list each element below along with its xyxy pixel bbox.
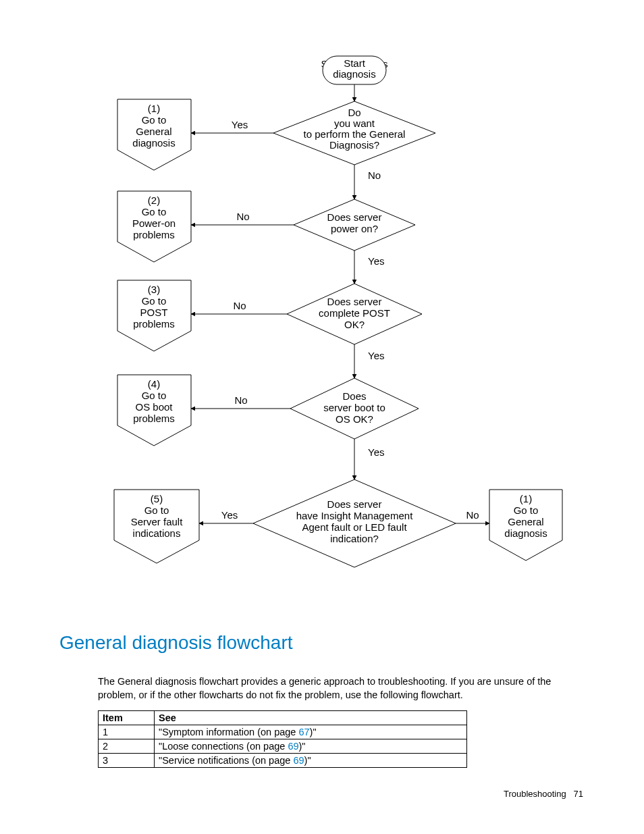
svg-text:General: General [136, 126, 171, 137]
svg-text:Start: Start [344, 57, 366, 69]
page-link[interactable]: 67 [298, 727, 309, 737]
offpage-general-diagnosis-2: (1) Go to General diagnosis [489, 490, 562, 561]
svg-text:indications: indications [133, 527, 181, 539]
see-cell: "Symptom information (on page 67)" [155, 725, 467, 739]
document-page: Start diagnosis Start diagnosis Do you w… [0, 0, 644, 834]
svg-text:complete POST: complete POST [319, 307, 390, 319]
svg-text:to perform the General: to perform the General [304, 128, 406, 140]
see-cell: "Loose connections (on page 69)" [155, 739, 467, 754]
svg-text:(5): (5) [151, 493, 163, 504]
decision-os-boot: Does server boot to OS OK? [290, 378, 419, 439]
table-row: 2 "Loose connections (on page 69)" [99, 739, 467, 754]
svg-text:Yes: Yes [368, 446, 384, 458]
intro-paragraph: The General diagnosis flowchart provides… [98, 675, 584, 702]
svg-text:Go to: Go to [514, 504, 539, 516]
svg-text:(1): (1) [520, 493, 532, 504]
svg-text:Diagnosis?: Diagnosis? [329, 139, 379, 151]
svg-text:(2): (2) [148, 194, 160, 206]
svg-text:server boot to: server boot to [323, 402, 385, 413]
svg-text:No: No [236, 211, 249, 222]
footer-section: Troubleshooting [504, 789, 566, 799]
page-footer: Troubleshooting 71 [504, 789, 583, 799]
svg-text:No: No [466, 509, 479, 521]
offpage-server-fault: (5) Go to Server fault indications [114, 490, 199, 563]
page-link[interactable]: 69 [288, 741, 298, 752]
decision-general-diagnosis: Do you want to perform the General Diagn… [273, 101, 435, 165]
svg-text:Does server: Does server [327, 498, 382, 510]
offpage-general-diagnosis-1: (1) Go to General diagnosis [117, 99, 191, 170]
table-header-row: Item See [99, 711, 467, 725]
offpage-post: (3) Go to POST problems [117, 280, 191, 351]
section-heading: General diagnosis flowchart [59, 632, 293, 654]
svg-text:Server fault: Server fault [131, 516, 184, 527]
svg-text:problems: problems [133, 229, 175, 240]
offpage-power-on: (2) Go to Power-on problems [117, 191, 191, 262]
col-see-header: See [155, 711, 467, 725]
item-cell: 1 [99, 725, 155, 739]
svg-text:No: No [368, 170, 381, 181]
decision-fault-indication: Does server have Insight Management Agen… [253, 479, 456, 567]
svg-text:Yes: Yes [232, 119, 248, 130]
svg-text:Go to: Go to [144, 504, 169, 516]
svg-text:problems: problems [133, 318, 175, 330]
svg-text:Do: Do [348, 107, 360, 118]
svg-text:OS boot: OS boot [135, 401, 173, 413]
svg-text:(3): (3) [148, 284, 160, 295]
svg-text:OS OK?: OS OK? [336, 413, 373, 425]
svg-text:General: General [508, 516, 543, 527]
svg-text:Go to: Go to [142, 206, 167, 217]
col-item-header: Item [99, 711, 155, 725]
svg-text:Go to: Go to [142, 295, 167, 307]
svg-text:diagnosis: diagnosis [333, 68, 375, 80]
svg-text:OK?: OK? [344, 319, 365, 330]
svg-text:you want: you want [334, 118, 375, 129]
see-cell: "Service notifications (on page 69)" [155, 754, 467, 768]
svg-text:Does server: Does server [327, 211, 382, 223]
svg-text:Does: Does [342, 390, 366, 402]
table-row: 3 "Service notifications (on page 69)" [99, 754, 467, 768]
svg-text:POST: POST [140, 307, 168, 318]
svg-text:Yes: Yes [368, 255, 384, 267]
item-cell: 2 [99, 739, 155, 754]
item-cell: 3 [99, 754, 155, 768]
table-row: 1 "Symptom information (on page 67)" [99, 725, 467, 739]
svg-text:No: No [234, 394, 247, 406]
svg-text:Yes: Yes [221, 509, 238, 521]
svg-text:No: No [233, 300, 246, 311]
svg-text:Go to: Go to [142, 390, 167, 401]
svg-text:power on?: power on? [331, 223, 378, 234]
svg-text:have Insight Management: have Insight Management [296, 510, 413, 521]
svg-text:diagnosis: diagnosis [504, 527, 547, 539]
svg-text:problems: problems [133, 413, 175, 424]
svg-text:Power-on: Power-on [132, 217, 176, 229]
svg-text:Does server: Does server [327, 296, 382, 307]
svg-text:Go to: Go to [142, 114, 167, 126]
svg-text:Yes: Yes [368, 350, 384, 361]
offpage-os-boot: (4) Go to OS boot problems [117, 375, 191, 446]
decision-power-on: Does server power on? [294, 199, 415, 251]
page-link[interactable]: 69 [293, 755, 304, 766]
footer-page-number: 71 [574, 789, 583, 799]
svg-text:indication?: indication? [330, 533, 379, 544]
start-diagnosis-flowchart: Start diagnosis Start diagnosis Do you w… [0, 0, 644, 621]
svg-text:diagnosis: diagnosis [132, 137, 175, 149]
svg-text:Agent fault or LED fault: Agent fault or LED fault [302, 521, 407, 533]
svg-text:(1): (1) [148, 103, 160, 114]
svg-text:(4): (4) [148, 378, 160, 390]
reference-table: Item See 1 "Symptom information (on page… [98, 710, 467, 768]
decision-post: Does server complete POST OK? [287, 284, 422, 344]
